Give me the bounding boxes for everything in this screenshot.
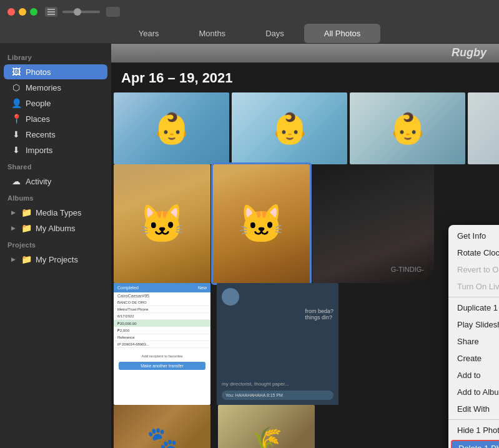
photo-thumb-cat-selected[interactable]: 🐱	[213, 164, 310, 283]
minimize-button[interactable]	[19, 8, 26, 16]
menu-item-slideshow[interactable]: Play Slideshow	[448, 316, 499, 333]
my-projects-icon: 📁	[21, 254, 31, 264]
menu-item-create[interactable]: Create ▶	[448, 350, 499, 367]
baby-image-3: 👶	[350, 92, 465, 164]
photo-thumb-chat[interactable]: my directorist, thought paper... You: HA…	[217, 283, 338, 405]
sidebar-item-activity-label: Activity	[26, 177, 51, 186]
sidebar-item-places[interactable]: 📍 Places	[4, 111, 107, 126]
sidebar-item-memories[interactable]: ⬡ Memories	[4, 80, 107, 95]
svg-rect-1	[47, 11, 55, 12]
sidebar-item-people-label: People	[26, 99, 51, 108]
tab-days[interactable]: Days	[245, 24, 304, 43]
baby-image-1: 👶	[114, 92, 229, 164]
people-icon: 👤	[11, 98, 21, 108]
expand-icon: ▶	[11, 209, 16, 216]
svg-rect-2	[47, 14, 55, 15]
menu-item-rotate[interactable]: Rotate Clockwise	[448, 244, 499, 261]
photo-thumb[interactable]: 👶	[232, 92, 347, 164]
sidebar-item-places-label: Places	[26, 114, 50, 124]
menu-item-revert: Revert to Original	[448, 261, 499, 278]
photo-thumb[interactable]: 👶	[350, 92, 465, 164]
tab-years[interactable]: Years	[119, 24, 179, 43]
activity-icon: ☁	[11, 176, 21, 186]
photo-row-misc: CompletedNew CairoCaesar#95 BANCO DE ORO…	[111, 283, 499, 405]
photo-thumb-bottom-1[interactable]: 🐾	[114, 405, 210, 448]
menu-item-share[interactable]: Share ▶	[448, 333, 499, 350]
sidebar-item-memories-label: Memories	[26, 83, 61, 92]
imports-icon: ⬇	[11, 145, 21, 155]
shared-section-label: Shared	[0, 158, 111, 173]
sidebar: Library 🖼 Photos ⬡ Memories 👤 People 📍 P…	[0, 44, 111, 448]
baby-image-2: 👶	[232, 92, 347, 164]
chat-extra-text: from beda?things din?	[305, 308, 333, 321]
media-types-icon: 📁	[21, 207, 31, 217]
svg-rect-0	[47, 9, 55, 10]
menu-item-get-info[interactable]: Get Info	[448, 227, 499, 244]
sidebar-item-my-albums[interactable]: ▶ 📁 My Albums	[4, 221, 107, 236]
albums-section-label: Albums	[0, 189, 111, 204]
sidebar-item-my-projects-label: My Projects	[36, 255, 78, 264]
menu-item-hide[interactable]: Hide 1 Photo	[448, 422, 499, 439]
menu-item-add-to-album[interactable]: Add to Album	[448, 384, 499, 401]
sidebar-item-my-albums-label: My Albums	[36, 224, 76, 233]
sidebar-item-activity[interactable]: ☁ Activity	[4, 174, 107, 189]
cat-image-2: 🐱	[213, 164, 310, 283]
expand-icon-3: ▶	[11, 256, 16, 262]
titlebar	[0, 0, 499, 24]
sidebar-item-media-types[interactable]: ▶ 📁 Media Types	[4, 205, 107, 220]
sidebar-item-recents[interactable]: ⬇ Recents	[4, 127, 107, 142]
my-albums-icon: 📁	[21, 223, 31, 233]
photo-row-cats: 🐱 🐱 G-TINDIG-	[111, 164, 499, 283]
tab-all-photos[interactable]: All Photos	[304, 24, 381, 43]
memories-icon: ⬡	[11, 82, 21, 92]
photo-thumb-cat-1[interactable]: 🐱	[114, 164, 210, 283]
bottom-image-1: 🐾	[114, 405, 210, 448]
titlebar-controls	[45, 7, 120, 17]
main-area: Library 🖼 Photos ⬡ Memories 👤 People 📍 P…	[0, 44, 499, 448]
context-menu: Get Info Rotate Clockwise Revert to Orig…	[448, 225, 499, 448]
photos-icon: 🖼	[11, 67, 21, 77]
sidebar-item-recents-label: Recents	[26, 130, 56, 139]
tab-months[interactable]: Months	[179, 24, 245, 43]
sidebar-item-photos[interactable]: 🖼 Photos	[4, 64, 107, 79]
date-header: Apr 16 – 19, 2021	[111, 62, 499, 92]
sidebar-item-people[interactable]: 👤 People	[4, 96, 107, 111]
photo-thumb-dark[interactable]: G-TINDIG-	[312, 164, 434, 283]
sidebar-item-photos-label: Photos	[26, 67, 51, 77]
tabbar: Years Months Days All Photos	[0, 24, 499, 44]
recents-icon: ⬇	[11, 129, 21, 139]
view-toggle-button[interactable]	[106, 7, 120, 17]
sidebar-item-imports-label: Imports	[26, 146, 52, 155]
sidebar-toggle-button[interactable]	[45, 7, 57, 17]
menu-item-delete[interactable]: Delete 1 Photo	[451, 440, 499, 448]
menu-separator-1	[448, 297, 499, 297]
projects-section-label: Projects	[0, 236, 111, 251]
photo-thumb[interactable]: 👶	[114, 92, 229, 164]
sidebar-item-imports[interactable]: ⬇ Imports	[4, 142, 107, 157]
sidebar-item-media-types-label: Media Types	[36, 208, 81, 217]
maximize-button[interactable]	[30, 8, 37, 16]
photo-thumb-bottom-2[interactable]: 🌾	[218, 405, 315, 448]
bottom-image-2: 🌾	[218, 405, 315, 448]
photo-row-bottom: 🐾 🌾	[111, 405, 499, 448]
sidebar-item-my-projects[interactable]: ▶ 📁 My Projects	[4, 252, 107, 267]
photo-thumb-partial[interactable]	[468, 92, 499, 164]
gap	[213, 283, 214, 405]
menu-item-duplicate[interactable]: Duplicate 1 Photo	[448, 299, 499, 316]
library-section-label: Library	[0, 49, 111, 64]
chat-name: my directorist, thought paper...	[222, 381, 333, 387]
close-button[interactable]	[7, 8, 15, 16]
photo-thumb-screenshot[interactable]: CompletedNew CairoCaesar#95 BANCO DE ORO…	[114, 283, 210, 405]
expand-icon-2: ▶	[11, 225, 16, 231]
traffic-lights	[0, 8, 37, 16]
menu-item-add-to[interactable]: Add to ▶	[448, 367, 499, 384]
places-icon: 📍	[11, 114, 21, 124]
zoom-slider[interactable]	[62, 11, 100, 13]
chat-avatar	[222, 288, 239, 306]
photo-row-babies: 👶 👶 👶	[111, 92, 499, 164]
menu-item-edit-with[interactable]: Edit With ▶	[448, 401, 499, 417]
menu-item-live-photo: Turn On Live Photo	[448, 278, 499, 295]
photo-content: Rugby Apr 16 – 19, 2021 👶 👶 👶 🐱 🐱	[111, 44, 499, 448]
chat-message: You: HAHAHAHAHA 8:15 PM	[222, 391, 333, 400]
watermark-text: G-TINDIG-	[386, 261, 429, 278]
